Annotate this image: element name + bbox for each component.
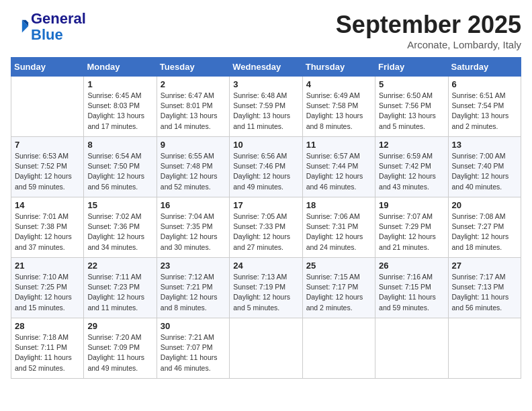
cell-info: Sunrise: 7:07 AMSunset: 7:29 PMDaylight:… [379, 212, 444, 253]
cell-info: Sunrise: 7:01 AMSunset: 7:38 PMDaylight:… [15, 212, 80, 253]
calendar-cell: 16Sunrise: 7:04 AMSunset: 7:35 PMDayligh… [157, 197, 229, 258]
day-number: 18 [306, 200, 371, 210]
cell-info: Sunrise: 6:53 AMSunset: 7:52 PMDaylight:… [15, 151, 80, 192]
day-number: 3 [233, 79, 298, 89]
day-number: 8 [87, 140, 152, 150]
calendar-cell: 12Sunrise: 6:59 AMSunset: 7:42 PMDayligh… [375, 137, 448, 197]
day-number: 14 [15, 200, 80, 210]
cell-info: Sunrise: 7:16 AMSunset: 7:15 PMDaylight:… [379, 272, 444, 313]
cell-info: Sunrise: 6:45 AMSunset: 8:03 PMDaylight:… [87, 91, 152, 132]
cell-info: Sunrise: 6:55 AMSunset: 7:48 PMDaylight:… [161, 151, 226, 192]
day-number: 11 [306, 140, 371, 150]
calendar-cell: 5Sunrise: 6:50 AMSunset: 7:56 PMDaylight… [375, 77, 448, 137]
day-header-friday: Friday [375, 58, 448, 77]
cell-info: Sunrise: 7:13 AMSunset: 7:19 PMDaylight:… [233, 272, 298, 313]
week-row-5: 28Sunrise: 7:18 AMSunset: 7:11 PMDayligh… [11, 318, 521, 379]
calendar-cell: 25Sunrise: 7:15 AMSunset: 7:17 PMDayligh… [302, 258, 375, 318]
cell-info: Sunrise: 6:51 AMSunset: 7:54 PMDaylight:… [452, 91, 517, 132]
day-number: 2 [161, 79, 226, 89]
day-number: 5 [379, 79, 444, 89]
calendar-cell: 27Sunrise: 7:17 AMSunset: 7:13 PMDayligh… [448, 258, 521, 318]
cell-info: Sunrise: 7:18 AMSunset: 7:11 PMDaylight:… [15, 332, 80, 373]
logo-icon [11, 17, 30, 36]
header-row: SundayMondayTuesdayWednesdayThursdayFrid… [11, 58, 521, 77]
week-row-3: 14Sunrise: 7:01 AMSunset: 7:38 PMDayligh… [11, 197, 521, 258]
cell-info: Sunrise: 7:00 AMSunset: 7:40 PMDaylight:… [452, 151, 517, 192]
calendar-cell [302, 318, 375, 379]
calendar-cell: 30Sunrise: 7:21 AMSunset: 7:07 PMDayligh… [157, 318, 229, 379]
day-number: 17 [233, 200, 298, 210]
cell-info: Sunrise: 6:56 AMSunset: 7:46 PMDaylight:… [233, 151, 298, 192]
day-number: 6 [452, 79, 517, 89]
calendar-cell: 11Sunrise: 6:57 AMSunset: 7:44 PMDayligh… [302, 137, 375, 197]
cell-info: Sunrise: 6:50 AMSunset: 7:56 PMDaylight:… [379, 91, 444, 132]
day-header-wednesday: Wednesday [230, 58, 302, 77]
day-number: 21 [15, 261, 80, 271]
month-title: September 2025 [336, 11, 521, 39]
day-number: 30 [161, 321, 226, 331]
day-header-sunday: Sunday [11, 58, 84, 77]
day-number: 16 [161, 200, 226, 210]
week-row-1: 1Sunrise: 6:45 AMSunset: 8:03 PMDaylight… [11, 77, 521, 137]
calendar-cell: 29Sunrise: 7:20 AMSunset: 7:09 PMDayligh… [84, 318, 157, 379]
day-number: 10 [233, 140, 298, 150]
day-number: 9 [161, 140, 226, 150]
cell-info: Sunrise: 6:48 AMSunset: 7:59 PMDaylight:… [233, 91, 298, 132]
day-number: 20 [452, 200, 517, 210]
calendar-cell: 8Sunrise: 6:54 AMSunset: 7:50 PMDaylight… [84, 137, 157, 197]
cell-info: Sunrise: 6:47 AMSunset: 8:01 PMDaylight:… [161, 91, 226, 132]
day-number: 27 [452, 261, 517, 271]
day-header-tuesday: Tuesday [157, 58, 229, 77]
cell-info: Sunrise: 6:49 AMSunset: 7:58 PMDaylight:… [306, 91, 371, 132]
calendar-cell: 22Sunrise: 7:11 AMSunset: 7:23 PMDayligh… [84, 258, 157, 318]
calendar-cell: 17Sunrise: 7:05 AMSunset: 7:33 PMDayligh… [230, 197, 302, 258]
cell-info: Sunrise: 7:08 AMSunset: 7:27 PMDaylight:… [452, 212, 517, 253]
cell-info: Sunrise: 7:04 AMSunset: 7:35 PMDaylight:… [161, 212, 226, 253]
calendar-cell: 14Sunrise: 7:01 AMSunset: 7:38 PMDayligh… [11, 197, 84, 258]
cell-info: Sunrise: 7:20 AMSunset: 7:09 PMDaylight:… [87, 332, 152, 373]
calendar-cell: 10Sunrise: 6:56 AMSunset: 7:46 PMDayligh… [230, 137, 302, 197]
day-header-saturday: Saturday [448, 58, 521, 77]
day-number: 1 [87, 79, 152, 89]
calendar-cell: 21Sunrise: 7:10 AMSunset: 7:25 PMDayligh… [11, 258, 84, 318]
calendar-cell: 13Sunrise: 7:00 AMSunset: 7:40 PMDayligh… [448, 137, 521, 197]
cell-info: Sunrise: 7:11 AMSunset: 7:23 PMDaylight:… [87, 272, 152, 313]
calendar-cell: 9Sunrise: 6:55 AMSunset: 7:48 PMDaylight… [157, 137, 229, 197]
cell-info: Sunrise: 7:21 AMSunset: 7:07 PMDaylight:… [161, 332, 226, 373]
calendar-cell: 23Sunrise: 7:12 AMSunset: 7:21 PMDayligh… [157, 258, 229, 318]
day-header-monday: Monday [84, 58, 157, 77]
week-row-2: 7Sunrise: 6:53 AMSunset: 7:52 PMDaylight… [11, 137, 521, 197]
day-number: 15 [87, 200, 152, 210]
calendar-cell: 20Sunrise: 7:08 AMSunset: 7:27 PMDayligh… [448, 197, 521, 258]
calendar-cell: 28Sunrise: 7:18 AMSunset: 7:11 PMDayligh… [11, 318, 84, 379]
calendar-cell: 2Sunrise: 6:47 AMSunset: 8:01 PMDaylight… [157, 77, 229, 137]
calendar-table: SundayMondayTuesdayWednesdayThursdayFrid… [11, 57, 521, 379]
day-number: 26 [379, 261, 444, 271]
calendar-cell [448, 318, 521, 379]
day-number: 29 [87, 321, 152, 331]
calendar-cell: 3Sunrise: 6:48 AMSunset: 7:59 PMDaylight… [230, 77, 302, 137]
calendar-cell: 4Sunrise: 6:49 AMSunset: 7:58 PMDaylight… [302, 77, 375, 137]
cell-info: Sunrise: 6:54 AMSunset: 7:50 PMDaylight:… [87, 151, 152, 192]
day-header-thursday: Thursday [302, 58, 375, 77]
logo: General Blue [11, 11, 86, 43]
day-number: 23 [161, 261, 226, 271]
calendar-cell: 7Sunrise: 6:53 AMSunset: 7:52 PMDaylight… [11, 137, 84, 197]
day-number: 13 [452, 140, 517, 150]
week-row-4: 21Sunrise: 7:10 AMSunset: 7:25 PMDayligh… [11, 258, 521, 318]
calendar-cell [375, 318, 448, 379]
cell-info: Sunrise: 7:02 AMSunset: 7:36 PMDaylight:… [87, 212, 152, 253]
calendar-cell: 15Sunrise: 7:02 AMSunset: 7:36 PMDayligh… [84, 197, 157, 258]
location: Arconate, Lombardy, Italy [336, 39, 521, 50]
day-number: 25 [306, 261, 371, 271]
day-number: 7 [15, 140, 80, 150]
cell-info: Sunrise: 7:10 AMSunset: 7:25 PMDaylight:… [15, 272, 80, 313]
page-header: General Blue September 2025 Arconate, Lo… [11, 11, 521, 50]
calendar-cell: 26Sunrise: 7:16 AMSunset: 7:15 PMDayligh… [375, 258, 448, 318]
cell-info: Sunrise: 7:15 AMSunset: 7:17 PMDaylight:… [306, 272, 371, 313]
calendar-cell: 6Sunrise: 6:51 AMSunset: 7:54 PMDaylight… [448, 77, 521, 137]
calendar-cell: 24Sunrise: 7:13 AMSunset: 7:19 PMDayligh… [230, 258, 302, 318]
cell-info: Sunrise: 7:05 AMSunset: 7:33 PMDaylight:… [233, 212, 298, 253]
calendar-cell [11, 77, 84, 137]
day-number: 4 [306, 79, 371, 89]
